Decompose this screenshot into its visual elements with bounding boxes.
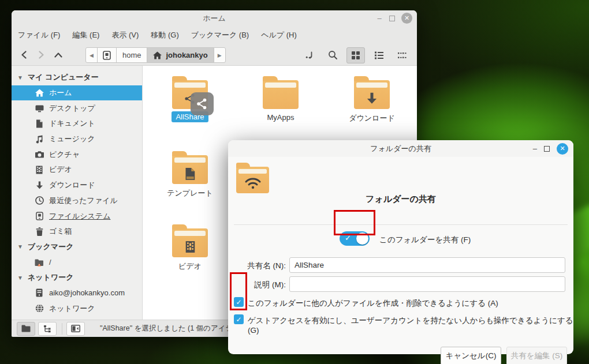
- menu-edit[interactable]: 編集 (E): [72, 30, 99, 40]
- clock-icon: [35, 196, 44, 205]
- folder-icon-videos: [172, 228, 208, 257]
- sidebar-item-home[interactable]: ホーム: [12, 85, 142, 101]
- close-button[interactable]: ✕: [557, 143, 568, 155]
- computer-icon: [35, 212, 44, 221]
- sidebar-item-filesystem[interactable]: ファイルシステム: [12, 208, 142, 224]
- maximize-button[interactable]: [544, 146, 550, 152]
- up-button[interactable]: [50, 47, 67, 63]
- sidebar-item-videos[interactable]: ビデオ: [12, 162, 142, 178]
- file-item-templates[interactable]: テンプレート: [158, 151, 222, 198]
- template-document-icon: [185, 167, 195, 181]
- description-input[interactable]: [289, 276, 565, 292]
- file-item-videos[interactable]: ビデオ: [158, 224, 222, 272]
- icon-view-button[interactable]: [346, 47, 365, 63]
- guest-access-checkbox[interactable]: ✓: [234, 314, 244, 324]
- share-emblem: [191, 92, 214, 115]
- download-arrow-icon: [35, 181, 44, 190]
- check-icon: ✓: [345, 234, 351, 242]
- file-label: MyApps: [267, 113, 294, 122]
- desktop-icon: [35, 104, 44, 113]
- sidebar-section-network[interactable]: ▼ ネットワーク: [12, 270, 142, 286]
- tree-view-icon: [43, 325, 52, 333]
- compact-view-icon: [397, 51, 407, 60]
- compact-view-button[interactable]: [393, 47, 411, 63]
- places-toggle-button[interactable]: [17, 322, 35, 336]
- close-button[interactable]: ✕: [401, 13, 412, 24]
- breadcrumb-scroll-right[interactable]: ▶: [214, 47, 226, 63]
- camera-icon: [35, 150, 44, 159]
- sidebar-item-trash[interactable]: ゴミ箱: [12, 224, 142, 239]
- list-view-icon: [374, 51, 384, 60]
- share-name-input[interactable]: [289, 257, 565, 273]
- triangle-right-icon: ▶: [218, 52, 222, 58]
- file-item-downloads[interactable]: ダウンロード: [340, 76, 404, 123]
- treeview-toggle-button[interactable]: [38, 322, 57, 336]
- expander-icon[interactable]: ▼: [17, 243, 23, 250]
- sidebar-item-documents[interactable]: ドキュメント: [12, 116, 142, 132]
- download-arrow-icon: [366, 92, 378, 105]
- minimize-button[interactable]: –: [533, 147, 537, 151]
- file-item-myapps[interactable]: MyApps: [249, 76, 312, 122]
- globe-icon: [35, 304, 44, 313]
- toggle-knob: [356, 232, 368, 245]
- file-label: テンプレート: [167, 188, 213, 198]
- list-view-button[interactable]: [370, 47, 388, 63]
- allow-write-checkbox[interactable]: ✓: [234, 297, 244, 307]
- breadcrumb: ◀ home johokankyo ▶: [85, 47, 226, 63]
- sidebar-collapse-icon: [71, 325, 80, 332]
- sidebar-item-root[interactable]: /: [12, 254, 142, 270]
- triangle-left-icon: ◀: [90, 52, 94, 58]
- shared-folder-icon: [236, 167, 269, 193]
- chevron-right-icon: [38, 51, 44, 59]
- menu-file[interactable]: ファイル (F): [18, 30, 60, 40]
- dialog-titlebar[interactable]: フォルダーの共有 – ✕: [228, 140, 573, 157]
- window-title: ホーム: [12, 13, 417, 24]
- document-icon: [35, 119, 44, 128]
- folder-icon-downloads: [354, 80, 390, 109]
- location-entry-button[interactable]: [300, 47, 319, 63]
- share-name-label: 共有名 (N):: [240, 261, 286, 271]
- minimize-button[interactable]: –: [376, 15, 383, 22]
- forward-button[interactable]: [32, 47, 50, 63]
- sidebar-section-bookmarks[interactable]: ▼ ブックマーク: [12, 239, 142, 255]
- breadcrumb-current-folder[interactable]: johokankyo: [147, 47, 214, 63]
- sidebar-item-desktop[interactable]: デスクトップ: [12, 100, 142, 116]
- description-label: 説明 (M):: [240, 280, 286, 290]
- cancel-button[interactable]: キャンセル(C): [441, 347, 501, 364]
- sidebar-item-pictures[interactable]: ピクチャ: [12, 147, 142, 162]
- breadcrumb-home[interactable]: home: [116, 47, 148, 63]
- back-button[interactable]: [15, 47, 32, 63]
- file-label: ビデオ: [178, 261, 202, 272]
- file-label: ダウンロード: [349, 113, 395, 123]
- home-icon: [153, 51, 162, 59]
- menu-help[interactable]: ヘルプ (H): [261, 30, 297, 40]
- sidebar-item-recent[interactable]: 最近使ったファイル: [12, 193, 142, 209]
- menubar: ファイル (F) 編集 (E) 表示 (V) 移動 (G) ブックマーク (B)…: [12, 26, 417, 44]
- statusbar-separator: [62, 323, 62, 335]
- hide-sidebar-button[interactable]: [66, 322, 85, 336]
- search-icon: [328, 50, 338, 60]
- folder-icon: [263, 80, 299, 109]
- menu-go[interactable]: 移動 (G): [151, 30, 178, 40]
- sidebar-item-server[interactable]: aiko@johokankyo.com: [12, 286, 142, 301]
- sidebar-item-music[interactable]: ミュージック: [12, 132, 142, 147]
- sidebar-section-my-computer[interactable]: ▼ マイ コンピューター: [12, 70, 142, 85]
- file-item-allshare[interactable]: AllShare: [158, 76, 222, 122]
- sidebar-item-network[interactable]: ネットワーク: [12, 301, 142, 316]
- search-button[interactable]: [323, 47, 342, 63]
- breadcrumb-filesystem[interactable]: [97, 47, 117, 63]
- separator: [234, 224, 568, 225]
- expander-icon[interactable]: ▼: [17, 74, 23, 81]
- share-folder-toggle[interactable]: ✓: [340, 231, 370, 246]
- menu-bookmarks[interactable]: ブックマーク (B): [191, 30, 249, 40]
- file-manager-titlebar[interactable]: ホーム – ✕: [12, 10, 417, 26]
- share-toggle-label: このフォルダーを共有 (F): [379, 235, 471, 245]
- chevron-up-icon: [54, 52, 62, 58]
- sidebar-item-downloads[interactable]: ダウンロード: [12, 178, 142, 193]
- menu-view[interactable]: 表示 (V): [111, 30, 139, 40]
- expander-icon[interactable]: ▼: [17, 275, 23, 281]
- maximize-button[interactable]: [389, 16, 395, 21]
- trash-icon: [35, 227, 44, 236]
- edit-share-button[interactable]: 共有を編集 (S): [506, 347, 567, 364]
- breadcrumb-scroll-left[interactable]: ◀: [85, 47, 98, 63]
